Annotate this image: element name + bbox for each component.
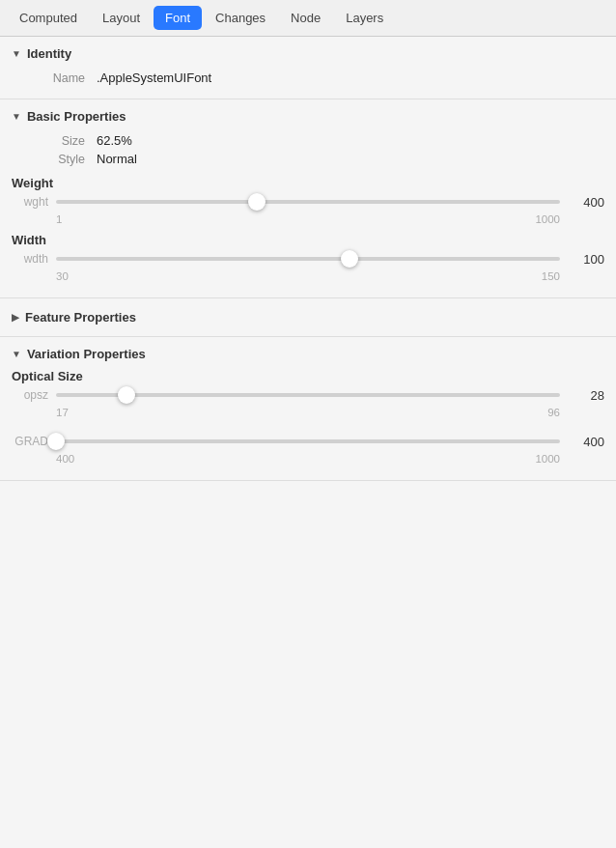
identity-chevron-icon: ▼ xyxy=(12,48,21,59)
width-slider-value: 100 xyxy=(568,252,604,267)
tab-layout[interactable]: Layout xyxy=(91,6,152,30)
width-label-row: Width xyxy=(12,233,604,247)
basic-size-value: 62.5% xyxy=(97,133,132,148)
optical-size-slider-row: opsz 28 xyxy=(12,385,604,405)
optical-size-min-label: 17 xyxy=(56,407,69,418)
grad-slider-section: GRAD 400 400 1000 xyxy=(12,432,604,465)
feature-section-label: Feature Properties xyxy=(25,310,136,325)
feature-chevron-icon: ▶ xyxy=(12,312,19,323)
width-slider[interactable] xyxy=(56,249,560,269)
grad-slider-track xyxy=(56,439,560,443)
tab-bar: Computed Layout Font Changes Node Layers xyxy=(0,0,616,37)
identity-section-header[interactable]: ▼ Identity xyxy=(12,46,604,61)
weight-slider-track xyxy=(56,200,560,204)
identity-section-label: Identity xyxy=(27,46,71,61)
width-slider-section: Width wdth 100 30 150 xyxy=(12,233,604,282)
tab-node[interactable]: Node xyxy=(279,6,332,30)
optical-size-slider-section: Optical Size opsz 28 17 96 xyxy=(12,369,604,418)
grad-slider[interactable] xyxy=(56,432,560,451)
width-axis-label: wdth xyxy=(12,252,48,266)
tab-changes[interactable]: Changes xyxy=(204,6,277,30)
grad-max-label: 1000 xyxy=(535,453,560,465)
optical-size-label: Optical Size xyxy=(12,369,83,383)
identity-name-label: Name xyxy=(27,71,85,85)
weight-slider-thumb[interactable] xyxy=(248,193,266,211)
width-max-label: 150 xyxy=(542,270,560,282)
basic-size-label: Size xyxy=(27,134,85,148)
optical-size-max-label: 96 xyxy=(547,407,560,418)
width-slider-track xyxy=(56,257,560,261)
optical-size-label-row: Optical Size xyxy=(12,369,604,383)
width-range-row: 30 150 xyxy=(56,270,560,282)
grad-slider-value: 400 xyxy=(568,435,604,449)
basic-section-label: Basic Properties xyxy=(27,109,126,124)
optical-size-range-row: 17 96 xyxy=(56,407,560,418)
optical-size-slider-track xyxy=(56,393,560,397)
width-min-label: 30 xyxy=(56,270,69,282)
feature-section[interactable]: ▶ Feature Properties xyxy=(0,298,616,337)
variation-section-header[interactable]: ▼ Variation Properties xyxy=(12,347,604,361)
width-label: Width xyxy=(12,233,46,247)
weight-min-label: 1 xyxy=(56,213,62,225)
basic-size-row: Size 62.5% xyxy=(27,131,604,150)
basic-chevron-icon: ▼ xyxy=(12,111,21,122)
optical-size-slider-thumb[interactable] xyxy=(118,386,135,404)
width-slider-row: wdth 100 xyxy=(12,249,604,269)
weight-range-row: 1 1000 xyxy=(56,213,560,225)
weight-slider-value: 400 xyxy=(568,195,604,210)
basic-section: ▼ Basic Properties Size 62.5% Style Norm… xyxy=(0,99,616,298)
basic-style-value: Normal xyxy=(97,152,137,166)
grad-slider-thumb[interactable] xyxy=(47,433,65,450)
weight-axis-label: wght xyxy=(12,195,48,209)
variation-section-label: Variation Properties xyxy=(27,347,146,361)
width-slider-thumb[interactable] xyxy=(341,250,358,268)
variation-section: ▼ Variation Properties Optical Size opsz… xyxy=(0,337,616,481)
identity-section: ▼ Identity Name .AppleSystemUIFont xyxy=(0,37,616,99)
basic-style-row: Style Normal xyxy=(27,150,604,168)
grad-axis-label: GRAD xyxy=(12,435,48,448)
grad-slider-row: GRAD 400 xyxy=(12,432,604,451)
weight-max-label: 1000 xyxy=(535,213,560,225)
weight-slider-row: wght 400 xyxy=(12,192,604,212)
identity-name-row: Name .AppleSystemUIFont xyxy=(27,69,604,87)
variation-chevron-icon: ▼ xyxy=(12,349,21,359)
weight-slider[interactable] xyxy=(56,192,560,212)
optical-size-slider[interactable] xyxy=(56,385,560,405)
basic-section-header[interactable]: ▼ Basic Properties xyxy=(12,109,604,124)
weight-label: Weight xyxy=(12,176,53,190)
grad-min-label: 400 xyxy=(56,453,74,465)
tab-font[interactable]: Font xyxy=(154,6,202,30)
weight-label-row: Weight xyxy=(12,176,604,190)
optical-size-axis-label: opsz xyxy=(12,388,48,402)
identity-name-value: .AppleSystemUIFont xyxy=(97,71,211,85)
weight-slider-section: Weight wght 400 1 1000 xyxy=(12,176,604,225)
basic-style-label: Style xyxy=(27,153,85,166)
optical-size-slider-value: 28 xyxy=(568,388,604,403)
grad-range-row: 400 1000 xyxy=(56,453,560,465)
tab-computed[interactable]: Computed xyxy=(8,6,89,30)
tab-layers[interactable]: Layers xyxy=(334,6,395,30)
